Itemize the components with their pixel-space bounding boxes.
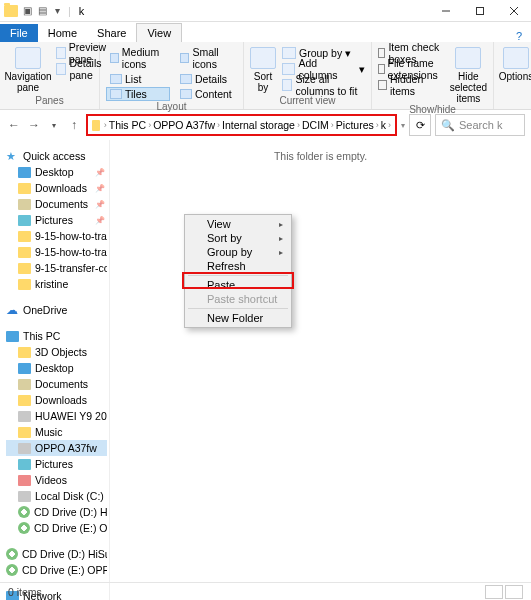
minimize-button[interactable] (429, 0, 463, 22)
tree-item[interactable]: Videos (6, 472, 107, 488)
back-button[interactable]: ← (6, 117, 22, 133)
tree-item[interactable]: 9-15-how-to-transf (6, 244, 107, 260)
tree-quick-access[interactable]: ★Quick access (6, 148, 107, 164)
tree-item[interactable]: Downloads (6, 392, 107, 408)
recent-dropdown[interactable]: ▾ (46, 117, 62, 133)
tree-item[interactable]: Pictures (6, 456, 107, 472)
search-icon: 🔍 (441, 119, 455, 132)
hidden-items-toggle[interactable]: Hidden items (378, 77, 444, 92)
refresh-button[interactable]: ⟳ (409, 114, 431, 136)
ctx-refresh[interactable]: Refresh (187, 259, 289, 273)
ctx-new-folder[interactable]: New Folder (187, 311, 289, 325)
tree-item-selected[interactable]: OPPO A37fw (6, 440, 107, 456)
ctx-groupby[interactable]: Group by▸ (187, 245, 289, 259)
tree-item[interactable]: Documents (6, 196, 107, 212)
tab-file[interactable]: File (0, 24, 38, 42)
tree-item[interactable]: Music (6, 424, 107, 440)
ctx-paste-shortcut: Paste shortcut (187, 292, 289, 306)
group-currentview-label: Current view (250, 95, 365, 106)
hide-selected-button[interactable]: Hide selected items (450, 45, 487, 104)
ctx-sortby[interactable]: Sort by▸ (187, 231, 289, 245)
qat-properties-icon[interactable]: ▣ (21, 5, 33, 17)
tree-item[interactable]: 3D Objects (6, 344, 107, 360)
sort-by-button[interactable]: Sort by (250, 45, 276, 93)
tab-share[interactable]: Share (87, 24, 136, 42)
view-thumbnails-button[interactable] (505, 585, 523, 599)
layout-details[interactable]: Details (176, 72, 236, 86)
tree-item[interactable]: Desktop (6, 164, 107, 180)
tree-item[interactable]: CD Drive (D:) HiSuit (6, 504, 107, 520)
options-button[interactable]: Options (500, 45, 531, 82)
tree-item[interactable]: 9-15-how-to-transf (6, 228, 107, 244)
tree-item[interactable]: Local Disk (C:) (6, 488, 107, 504)
group-layout-label: Layout (106, 101, 237, 112)
empty-folder-text: This folder is empty. (110, 150, 531, 162)
breadcrumb-item[interactable]: OPPO A37fw (153, 119, 215, 131)
forward-button[interactable]: → (26, 117, 42, 133)
breadcrumb-item[interactable]: k (381, 119, 386, 131)
layout-small-icons[interactable]: Small icons (176, 45, 236, 71)
tree-item[interactable]: Pictures (6, 212, 107, 228)
tree-item[interactable]: Downloads (6, 180, 107, 196)
qat-newfolder-icon[interactable]: ▤ (36, 5, 48, 17)
tree-item[interactable]: CD Drive (E:) OPPO (6, 520, 107, 536)
content-area[interactable]: This folder is empty. View▸ Sort by▸ Gro… (110, 140, 531, 600)
group-panes-label: Panes (6, 95, 93, 106)
help-button[interactable]: ? (507, 30, 531, 42)
close-button[interactable] (497, 0, 531, 22)
tree-this-pc[interactable]: This PC (6, 328, 107, 344)
tree-item[interactable]: CD Drive (E:) OPPO D (6, 562, 107, 578)
layout-content[interactable]: Content (176, 87, 236, 101)
layout-medium-icons[interactable]: Medium icons (106, 45, 170, 71)
tab-view[interactable]: View (136, 23, 182, 42)
ctx-paste[interactable]: Paste (187, 278, 289, 292)
svg-rect-1 (477, 7, 484, 14)
navigation-tree[interactable]: ★Quick access Desktop Downloads Document… (0, 140, 110, 600)
search-input[interactable]: 🔍Search k (435, 114, 525, 136)
breadcrumb-item[interactable]: This PC (109, 119, 146, 131)
tab-home[interactable]: Home (38, 24, 87, 42)
ctx-view[interactable]: View▸ (187, 217, 289, 231)
layout-tiles[interactable]: Tiles (106, 87, 170, 101)
tree-item[interactable]: Documents (6, 376, 107, 392)
navigation-pane-button[interactable]: Navigation pane (6, 45, 50, 93)
status-item-count: 0 items (8, 586, 42, 598)
maximize-button[interactable] (463, 0, 497, 22)
status-bar: 0 items (0, 582, 531, 600)
layout-list[interactable]: List (106, 72, 170, 86)
tree-item[interactable]: HUAWEI Y9 2019 (6, 408, 107, 424)
tree-onedrive[interactable]: ☁OneDrive (6, 302, 107, 318)
context-menu: View▸ Sort by▸ Group by▸ Refresh Paste P… (184, 214, 292, 328)
tree-item[interactable]: Desktop (6, 360, 107, 376)
view-details-button[interactable] (485, 585, 503, 599)
qat-dropdown-icon[interactable]: ▾ (51, 5, 63, 17)
folder-icon (92, 120, 100, 131)
folder-icon (4, 5, 18, 17)
breadcrumb-item[interactable]: DCIM (302, 119, 329, 131)
breadcrumb[interactable]: › This PC› OPPO A37fw› Internal storage›… (86, 114, 397, 136)
up-button[interactable]: ↑ (66, 117, 82, 133)
breadcrumb-item[interactable]: Pictures (336, 119, 374, 131)
breadcrumb-item[interactable]: Internal storage (222, 119, 295, 131)
tree-item[interactable]: CD Drive (D:) HiSuite (6, 546, 107, 562)
tree-item[interactable]: 9-15-transfer-conta (6, 260, 107, 276)
tree-item[interactable]: kristine (6, 276, 107, 292)
window-title: k (79, 5, 85, 17)
size-columns-button[interactable]: Size all columns to fit (282, 77, 365, 92)
